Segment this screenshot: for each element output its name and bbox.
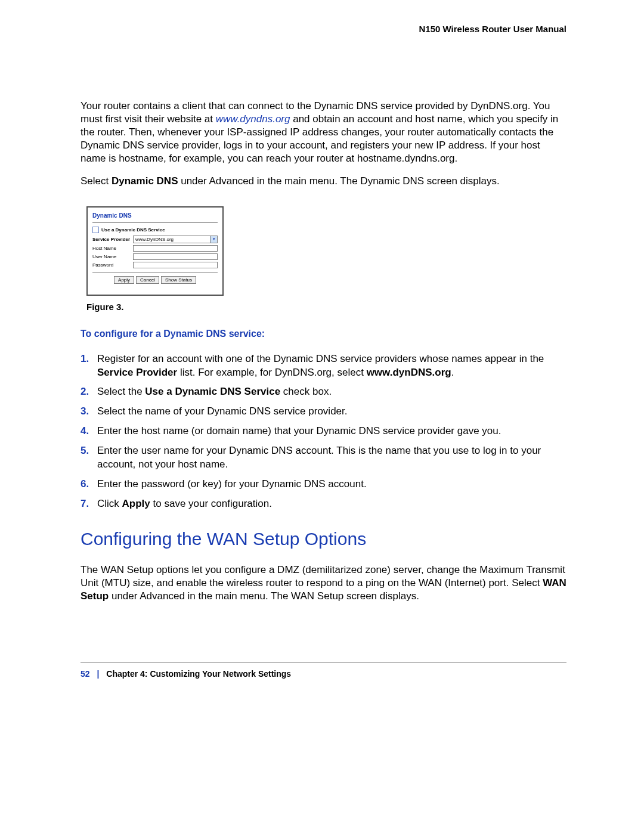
section-heading: Configuring the WAN Setup Options — [80, 529, 566, 549]
host-name-input[interactable] — [133, 245, 218, 252]
wan-paragraph: The WAN Setup options let you configure … — [80, 563, 566, 603]
step-5: Enter the user name for your Dynamic DNS… — [80, 444, 566, 472]
chapter-label: Chapter 4: Customizing Your Network Sett… — [106, 669, 291, 679]
text: Select the name of your Dynamic DNS serv… — [97, 405, 348, 417]
step-1: Register for an account with one of the … — [80, 352, 566, 380]
step-7: Click Apply to save your configuration. — [80, 497, 566, 511]
text: to save your configuration. — [150, 498, 272, 509]
checkbox-label: Use a Dynamic DNS Service — [101, 227, 165, 233]
use-ddns-checkbox[interactable] — [92, 227, 99, 233]
bold-text: www.dynDNS.org — [367, 367, 451, 378]
text: under Advanced in the main menu. The WAN… — [109, 590, 419, 602]
password-input[interactable] — [133, 262, 218, 268]
chevron-down-icon: ▾ — [210, 236, 217, 243]
user-name-label: User Name — [92, 254, 133, 259]
host-name-label: Host Name — [92, 246, 133, 251]
footer-separator: | — [92, 669, 104, 679]
bold-text: Dynamic DNS — [112, 175, 178, 187]
bold-text: Service Provider — [97, 367, 177, 378]
dynamic-dns-panel: Dynamic DNS Use a Dynamic DNS Service Se… — [86, 206, 224, 296]
footer-divider — [80, 662, 566, 669]
step-2: Select the Use a Dynamic DNS Service che… — [80, 385, 566, 399]
text: check box. — [280, 386, 332, 397]
text: The WAN Setup options let you configure … — [80, 564, 565, 589]
text: Enter the host name (or domain name) tha… — [97, 425, 501, 436]
step-3: Select the name of your Dynamic DNS serv… — [80, 405, 566, 419]
dyndns-link[interactable]: www.dyndns.org — [216, 113, 290, 125]
service-provider-select[interactable]: www.DynDNS.org ▾ — [133, 236, 218, 243]
text: . — [451, 367, 454, 378]
text: list. For example, for DynDNS.org, selec… — [177, 367, 366, 378]
apply-button[interactable]: Apply — [114, 276, 134, 284]
figure-caption: Figure 3. — [86, 302, 566, 312]
text: Enter the user name for your Dynamic DNS… — [97, 445, 541, 470]
cancel-button[interactable]: Cancel — [136, 276, 159, 284]
text: Select the — [97, 386, 145, 397]
procedure-steps: Register for an account with one of the … — [80, 352, 566, 511]
procedure-heading: To configure for a Dynamic DNS service: — [80, 329, 566, 339]
panel-title: Dynamic DNS — [92, 212, 218, 219]
page-footer: 52 | Chapter 4: Customizing Your Network… — [80, 669, 566, 679]
intro-paragraph-1: Your router contains a client that can c… — [80, 100, 566, 165]
text: Register for an account with one of the … — [97, 353, 544, 364]
text: under Advanced in the main menu. The Dyn… — [178, 175, 499, 187]
user-name-input[interactable] — [133, 253, 218, 260]
page-number: 52 — [80, 669, 90, 679]
text: Click — [97, 498, 122, 509]
bold-text: Use a Dynamic DNS Service — [145, 386, 280, 397]
text: Select — [80, 175, 112, 187]
text: Enter the password (or key) for your Dyn… — [97, 478, 367, 490]
password-label: Password — [92, 262, 133, 268]
document-header: N150 Wireless Router User Manual — [80, 24, 566, 34]
divider — [92, 222, 218, 223]
divider — [92, 272, 218, 272]
select-value: www.DynDNS.org — [135, 237, 174, 242]
service-provider-label: Service Provider — [92, 237, 133, 242]
show-status-button[interactable]: Show Status — [161, 276, 196, 284]
step-4: Enter the host name (or domain name) tha… — [80, 425, 566, 438]
intro-paragraph-2: Select Dynamic DNS under Advanced in the… — [80, 175, 566, 188]
bold-text: Apply — [122, 498, 150, 509]
step-6: Enter the password (or key) for your Dyn… — [80, 478, 566, 491]
